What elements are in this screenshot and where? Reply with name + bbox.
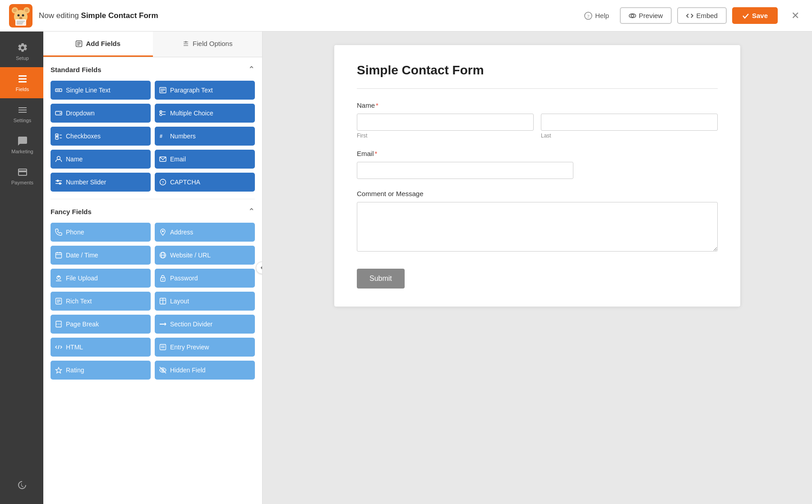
comment-textarea[interactable] <box>357 202 718 252</box>
form-preview-area: Simple Contact Form Name* First Last <box>263 32 812 504</box>
field-options-tab-icon <box>182 40 189 47</box>
logo-icon <box>9 4 32 27</box>
number-slider-icon <box>55 179 62 186</box>
sidebar-item-payments[interactable]: Payments <box>0 160 43 192</box>
email-input[interactable] <box>357 162 573 179</box>
add-fields-tab-icon <box>75 40 83 47</box>
fancy-fields-section: Fancy Fields ⌃ Phone Address <box>43 199 262 387</box>
svg-point-66 <box>162 279 163 280</box>
field-btn-section-divider[interactable]: Section Divider <box>155 315 255 334</box>
sidebar-item-marketing[interactable]: Marketing <box>0 129 43 160</box>
svg-rect-42 <box>55 137 58 139</box>
field-btn-address[interactable]: Address <box>155 223 255 242</box>
email-label: Email* <box>357 150 718 157</box>
svg-text:?: ? <box>161 180 164 185</box>
svg-point-4 <box>13 9 17 12</box>
fancy-fields-toggle[interactable]: ⌃ <box>248 206 255 216</box>
single-line-text-icon <box>55 87 62 94</box>
field-btn-name[interactable]: Name <box>51 150 151 169</box>
svg-rect-80 <box>160 344 166 350</box>
standard-fields-title: Standard Fields <box>51 66 102 73</box>
entry-preview-icon <box>159 344 166 351</box>
chevron-left-icon <box>259 265 263 270</box>
svg-text:#: # <box>160 133 162 139</box>
sidebar-item-history[interactable] <box>0 473 43 497</box>
payments-icon <box>17 167 28 178</box>
svg-point-27 <box>185 41 187 43</box>
field-btn-rich-text[interactable]: Rich Text <box>51 292 151 311</box>
field-btn-multiple-choice[interactable]: Multiple Choice <box>155 104 255 123</box>
page-break-icon <box>55 321 62 328</box>
sidebar-bottom <box>0 473 43 497</box>
help-icon: ? <box>584 12 592 20</box>
name-last-wrap: Last <box>541 114 718 139</box>
name-first-input[interactable] <box>357 114 534 131</box>
main-layout: Setup Fields Settings Marketing Payments <box>0 32 812 504</box>
field-btn-html[interactable]: HTML <box>51 338 151 357</box>
sidebar-item-settings[interactable]: Settings <box>0 98 43 129</box>
password-icon <box>159 275 166 282</box>
paragraph-text-icon <box>159 87 166 94</box>
field-btn-captcha[interactable]: ? CAPTCHA <box>155 173 255 192</box>
fancy-fields-grid: Phone Address Date / Time <box>51 223 255 380</box>
field-btn-single-line-text[interactable]: Single Line Text <box>51 81 151 100</box>
field-btn-page-break[interactable]: Page Break <box>51 315 151 334</box>
preview-icon <box>629 12 636 19</box>
save-check-icon <box>742 12 749 19</box>
tab-add-fields[interactable]: Add Fields <box>43 32 153 57</box>
tab-add-fields-label: Add Fields <box>86 40 120 47</box>
field-btn-file-upload[interactable]: File Upload <box>51 269 151 288</box>
field-btn-dropdown[interactable]: Dropdown <box>51 104 151 123</box>
website-url-icon <box>159 252 166 259</box>
svg-point-38 <box>160 114 162 116</box>
preview-button[interactable]: Preview <box>620 7 672 24</box>
logo-area: Now editing Simple Contact Form <box>9 4 158 27</box>
sidebar-item-setup[interactable]: Setup <box>0 36 43 67</box>
close-button[interactable]: ✕ <box>788 8 803 23</box>
field-btn-checkboxes[interactable]: Checkboxes <box>51 127 151 146</box>
name-first-wrap: First <box>357 114 534 139</box>
submit-button[interactable]: Submit <box>357 269 405 289</box>
field-btn-layout[interactable]: Layout <box>155 292 255 311</box>
name-first-label: First <box>357 133 534 139</box>
fields-panel-content: Standard Fields ⌃ Single Line Text Parag… <box>43 57 262 504</box>
embed-button[interactable]: Embed <box>677 7 727 24</box>
standard-fields-toggle[interactable]: ⌃ <box>248 64 255 74</box>
tab-field-options-label: Field Options <box>193 40 232 47</box>
svg-point-54 <box>162 230 164 232</box>
name-fields-container: First Last <box>357 114 718 139</box>
hidden-field-icon <box>159 367 166 374</box>
name-last-input[interactable] <box>541 114 718 131</box>
svg-point-8 <box>19 17 23 19</box>
field-btn-hidden-field[interactable]: Hidden Field <box>155 361 255 380</box>
numbers-icon: # <box>159 133 166 140</box>
field-btn-numbers[interactable]: # Numbers <box>155 127 255 146</box>
help-button[interactable]: ? Help <box>579 8 614 23</box>
field-btn-email[interactable]: Email <box>155 150 255 169</box>
field-btn-password[interactable]: Password <box>155 269 255 288</box>
comment-label: Comment or Message <box>357 190 718 197</box>
fancy-fields-title: Fancy Fields <box>51 208 92 215</box>
sidebar-label-payments: Payments <box>11 180 33 185</box>
address-icon <box>159 229 166 236</box>
save-button[interactable]: Save <box>732 7 778 24</box>
tab-field-options[interactable]: Field Options <box>153 32 263 57</box>
captcha-icon: ? <box>159 179 166 186</box>
form-divider <box>357 88 718 89</box>
field-btn-rating[interactable]: Rating <box>51 361 151 380</box>
panel-tabs: Add Fields Field Options <box>43 32 262 57</box>
field-btn-entry-preview[interactable]: Entry Preview <box>155 338 255 357</box>
field-btn-number-slider[interactable]: Number Slider <box>51 173 151 192</box>
field-btn-phone[interactable]: Phone <box>51 223 151 242</box>
form-field-name: Name* First Last <box>357 101 718 139</box>
field-btn-paragraph-text[interactable]: Paragraph Text <box>155 81 255 100</box>
html-icon <box>55 344 62 351</box>
field-btn-website-url[interactable]: Website / URL <box>155 246 255 265</box>
sidebar-label-marketing: Marketing <box>11 149 33 154</box>
sidebar-item-fields[interactable]: Fields <box>0 67 43 98</box>
marketing-icon <box>17 136 28 147</box>
field-btn-date-time[interactable]: Date / Time <box>51 246 151 265</box>
svg-line-79 <box>58 345 59 349</box>
embed-icon <box>686 12 693 19</box>
svg-rect-18 <box>18 78 27 80</box>
